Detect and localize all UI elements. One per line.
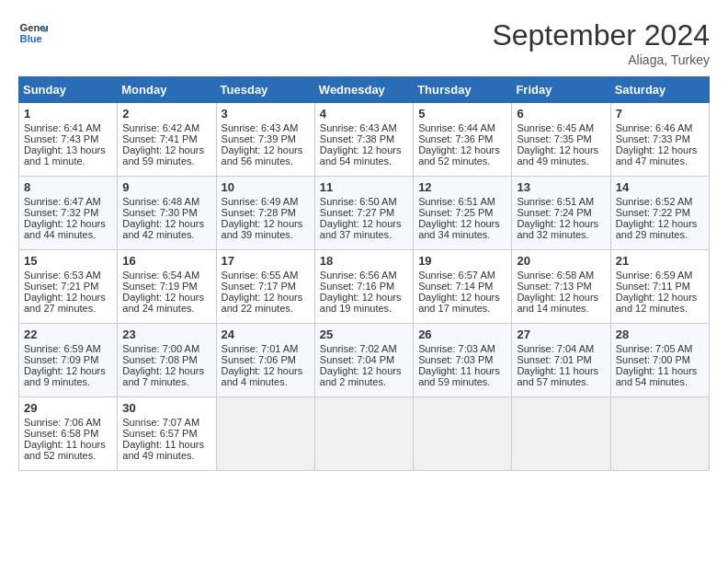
sunset-time: Sunset: 7:11 PM bbox=[616, 281, 690, 292]
header-wednesday: Wednesday bbox=[314, 77, 413, 103]
day-number: 19 bbox=[418, 254, 506, 268]
day-cell: 20 Sunrise: 6:58 AM Sunset: 7:13 PM Dayl… bbox=[512, 250, 610, 324]
sunrise-time: Sunrise: 6:57 AM bbox=[418, 270, 495, 281]
day-number: 16 bbox=[122, 254, 210, 268]
sunset-time: Sunset: 7:25 PM bbox=[418, 207, 493, 218]
daylight-hours: Daylight: 12 hours and 54 minutes. bbox=[320, 144, 402, 167]
sunset-time: Sunset: 7:22 PM bbox=[616, 207, 690, 218]
day-number: 23 bbox=[122, 327, 210, 341]
daylight-hours: Daylight: 11 hours and 52 minutes. bbox=[24, 439, 106, 461]
daylight-hours: Daylight: 12 hours and 32 minutes. bbox=[517, 218, 598, 240]
sunset-time: Sunset: 7:39 PM bbox=[222, 133, 296, 144]
day-number: 18 bbox=[320, 254, 408, 268]
daylight-hours: Daylight: 12 hours and 4 minutes. bbox=[222, 365, 303, 387]
day-cell: 14 Sunrise: 6:52 AM Sunset: 7:22 PM Dayl… bbox=[610, 177, 709, 250]
day-cell: 27 Sunrise: 7:04 AM Sunset: 7:01 PM Dayl… bbox=[512, 324, 610, 397]
sunset-time: Sunset: 7:08 PM bbox=[122, 354, 197, 365]
header-thursday: Thursday bbox=[414, 77, 512, 103]
sunrise-time: Sunrise: 6:49 AM bbox=[222, 196, 299, 207]
daylight-hours: Daylight: 12 hours and 52 minutes. bbox=[418, 144, 500, 167]
daylight-hours: Daylight: 13 hours and 1 minute. bbox=[24, 144, 106, 167]
sunset-time: Sunset: 7:36 PM bbox=[418, 133, 493, 144]
day-cell: 26 Sunrise: 7:03 AM Sunset: 7:03 PM Dayl… bbox=[414, 324, 512, 397]
sunset-time: Sunset: 7:30 PM bbox=[122, 207, 197, 218]
day-cell: 15 Sunrise: 6:53 AM Sunset: 7:21 PM Dayl… bbox=[19, 250, 118, 324]
sunrise-time: Sunrise: 6:56 AM bbox=[320, 270, 397, 281]
sunset-time: Sunset: 7:06 PM bbox=[222, 354, 296, 365]
sunset-time: Sunset: 7:17 PM bbox=[222, 281, 296, 292]
sunrise-time: Sunrise: 6:50 AM bbox=[320, 196, 397, 207]
day-cell: 8 Sunrise: 6:47 AM Sunset: 7:32 PM Dayli… bbox=[19, 177, 118, 250]
day-cell: 30 Sunrise: 7:07 AM Sunset: 6:57 PM Dayl… bbox=[118, 397, 216, 471]
sunrise-time: Sunrise: 6:43 AM bbox=[320, 122, 397, 133]
sunrise-time: Sunrise: 7:07 AM bbox=[122, 417, 199, 428]
day-cell: 19 Sunrise: 6:57 AM Sunset: 7:14 PM Dayl… bbox=[414, 250, 512, 324]
day-cell: 21 Sunrise: 6:59 AM Sunset: 7:11 PM Dayl… bbox=[610, 250, 709, 324]
day-cell: 9 Sunrise: 6:48 AM Sunset: 7:30 PM Dayli… bbox=[118, 177, 216, 250]
page-header: General Blue September 2024 Aliaga, Turk… bbox=[18, 18, 710, 67]
sunset-time: Sunset: 6:57 PM bbox=[122, 428, 197, 439]
day-number: 9 bbox=[122, 180, 210, 194]
sunrise-time: Sunrise: 7:03 AM bbox=[418, 343, 495, 354]
daylight-hours: Daylight: 12 hours and 34 minutes. bbox=[418, 218, 500, 240]
sunrise-time: Sunrise: 6:52 AM bbox=[616, 196, 693, 207]
day-cell: 6 Sunrise: 6:45 AM Sunset: 7:35 PM Dayli… bbox=[512, 103, 610, 177]
sunset-time: Sunset: 6:58 PM bbox=[24, 428, 98, 439]
day-number: 4 bbox=[320, 107, 408, 121]
day-number: 22 bbox=[24, 327, 112, 341]
day-number: 29 bbox=[24, 401, 112, 415]
sunset-time: Sunset: 7:14 PM bbox=[418, 281, 493, 292]
sunset-time: Sunset: 7:04 PM bbox=[320, 354, 394, 365]
sunset-time: Sunset: 7:09 PM bbox=[24, 354, 98, 365]
day-number: 2 bbox=[122, 107, 210, 121]
day-cell bbox=[216, 397, 314, 471]
sunrise-time: Sunrise: 6:59 AM bbox=[616, 270, 693, 281]
week-row-2: 8 Sunrise: 6:47 AM Sunset: 7:32 PM Dayli… bbox=[19, 177, 710, 250]
header-saturday: Saturday bbox=[610, 77, 709, 103]
sunset-time: Sunset: 7:24 PM bbox=[517, 207, 591, 218]
daylight-hours: Daylight: 11 hours and 59 minutes. bbox=[418, 365, 500, 387]
day-cell: 10 Sunrise: 6:49 AM Sunset: 7:28 PM Dayl… bbox=[216, 177, 314, 250]
logo: General Blue bbox=[18, 18, 48, 48]
week-row-3: 15 Sunrise: 6:53 AM Sunset: 7:21 PM Dayl… bbox=[19, 250, 710, 324]
day-cell: 17 Sunrise: 6:55 AM Sunset: 7:17 PM Dayl… bbox=[216, 250, 314, 324]
daylight-hours: Daylight: 12 hours and 17 minutes. bbox=[418, 292, 500, 314]
daylight-hours: Daylight: 12 hours and 42 minutes. bbox=[122, 218, 204, 240]
sunrise-time: Sunrise: 6:43 AM bbox=[222, 122, 299, 133]
week-row-4: 22 Sunrise: 6:59 AM Sunset: 7:09 PM Dayl… bbox=[19, 324, 710, 397]
sunrise-time: Sunrise: 6:45 AM bbox=[517, 122, 594, 133]
sunset-time: Sunset: 7:19 PM bbox=[122, 281, 197, 292]
header-friday: Friday bbox=[512, 77, 610, 103]
daylight-hours: Daylight: 12 hours and 12 minutes. bbox=[616, 292, 698, 314]
sunrise-time: Sunrise: 6:48 AM bbox=[122, 196, 199, 207]
daylight-hours: Daylight: 12 hours and 2 minutes. bbox=[320, 365, 402, 387]
daylight-hours: Daylight: 12 hours and 37 minutes. bbox=[320, 218, 402, 240]
day-number: 11 bbox=[320, 180, 408, 194]
sunset-time: Sunset: 7:43 PM bbox=[24, 133, 98, 144]
day-number: 20 bbox=[517, 254, 605, 268]
day-number: 12 bbox=[418, 180, 506, 194]
month-title: September 2024 bbox=[492, 18, 710, 52]
sunset-time: Sunset: 7:32 PM bbox=[24, 207, 98, 218]
daylight-hours: Daylight: 11 hours and 54 minutes. bbox=[616, 365, 698, 387]
sunrise-time: Sunrise: 7:00 AM bbox=[122, 343, 199, 354]
daylight-hours: Daylight: 12 hours and 29 minutes. bbox=[616, 218, 698, 240]
day-cell: 23 Sunrise: 7:00 AM Sunset: 7:08 PM Dayl… bbox=[118, 324, 216, 397]
title-block: September 2024 Aliaga, Turkey bbox=[492, 18, 710, 67]
sunrise-time: Sunrise: 7:05 AM bbox=[616, 343, 693, 354]
day-cell: 4 Sunrise: 6:43 AM Sunset: 7:38 PM Dayli… bbox=[314, 103, 413, 177]
daylight-hours: Daylight: 12 hours and 56 minutes. bbox=[222, 144, 303, 167]
day-number: 26 bbox=[418, 327, 506, 341]
day-cell: 29 Sunrise: 7:06 AM Sunset: 6:58 PM Dayl… bbox=[19, 397, 118, 471]
day-cell: 11 Sunrise: 6:50 AM Sunset: 7:27 PM Dayl… bbox=[314, 177, 413, 250]
day-number: 27 bbox=[517, 327, 605, 341]
sunset-time: Sunset: 7:03 PM bbox=[418, 354, 493, 365]
daylight-hours: Daylight: 12 hours and 47 minutes. bbox=[616, 144, 698, 167]
daylight-hours: Daylight: 12 hours and 24 minutes. bbox=[122, 292, 204, 314]
sunrise-time: Sunrise: 7:01 AM bbox=[222, 343, 299, 354]
day-cell: 12 Sunrise: 6:51 AM Sunset: 7:25 PM Dayl… bbox=[414, 177, 512, 250]
day-number: 13 bbox=[517, 180, 605, 194]
day-cell: 5 Sunrise: 6:44 AM Sunset: 7:36 PM Dayli… bbox=[414, 103, 512, 177]
sunrise-time: Sunrise: 6:58 AM bbox=[517, 270, 594, 281]
daylight-hours: Daylight: 12 hours and 9 minutes. bbox=[24, 365, 106, 387]
